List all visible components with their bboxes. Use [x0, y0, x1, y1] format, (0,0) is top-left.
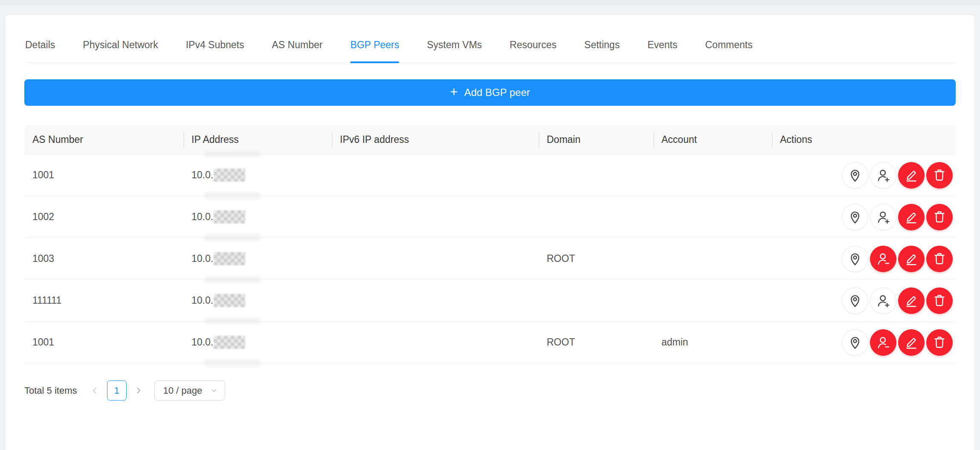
- column-header-as-number: AS Number: [24, 125, 183, 154]
- assign-account-button[interactable]: [870, 287, 896, 314]
- column-header-ip-address: IP Address: [183, 125, 332, 154]
- user-assign-icon: [876, 335, 890, 350]
- cell-ip-address: 10.0.: [183, 210, 332, 224]
- cell-ip-address: 10.0.: [183, 168, 332, 182]
- cell-domain: ROOT: [539, 337, 653, 348]
- location-pin-button[interactable]: [842, 329, 868, 356]
- edit-bgp-peer-button[interactable]: [898, 287, 925, 314]
- cell-domain: ROOT: [539, 253, 653, 264]
- page-size-value: 10 / page: [163, 385, 203, 396]
- tab-details[interactable]: Details: [25, 39, 55, 62]
- tab-events[interactable]: Events: [647, 39, 677, 62]
- ip-prefix: 10.0.: [191, 295, 213, 306]
- trash-icon: [932, 168, 947, 183]
- trash-icon: [932, 252, 947, 266]
- edit-bgp-peer-button[interactable]: [898, 329, 925, 356]
- chevron-right-icon: [134, 386, 143, 395]
- ip-prefix: 10.0.: [191, 169, 213, 181]
- column-header-ipv6: IPv6 IP address: [332, 125, 539, 154]
- location-pin-button[interactable]: [842, 287, 868, 314]
- tab-physical-network[interactable]: Physical Network: [83, 39, 158, 62]
- redacted-ip-block: [214, 336, 245, 349]
- pagination-total: Total 5 items: [24, 385, 77, 396]
- content-card: Details Physical Network IPv4 Subnets AS…: [6, 15, 974, 450]
- tab-ipv4-subnets[interactable]: IPv4 Subnets: [186, 39, 244, 62]
- add-bgp-peer-label: Add BGP peer: [464, 87, 530, 99]
- cell-as-number: 1003: [24, 253, 183, 264]
- tab-as-number[interactable]: AS Number: [272, 39, 323, 62]
- assign-account-button[interactable]: [870, 162, 896, 189]
- location-pin-icon: [848, 210, 862, 224]
- redacted-ip-block: [214, 294, 245, 307]
- location-pin-button[interactable]: [842, 162, 868, 189]
- cell-ip-address: 10.0.: [183, 336, 332, 349]
- cell-as-number: 111111: [24, 295, 183, 306]
- cell-ip-address: 10.0.: [183, 294, 332, 307]
- trash-icon: [932, 293, 947, 308]
- cell-as-number: 1001: [24, 337, 183, 348]
- table-row: 111111 10.0.: [24, 280, 956, 322]
- edit-pencil-icon: [904, 293, 919, 308]
- cell-actions: [772, 246, 956, 272]
- assign-account-button[interactable]: [870, 246, 896, 272]
- edit-bgp-peer-button[interactable]: [898, 204, 925, 230]
- delete-bgp-peer-button[interactable]: [926, 287, 953, 314]
- redaction-smudge: [205, 360, 260, 366]
- edit-pencil-icon: [904, 252, 919, 266]
- tab-resources[interactable]: Resources: [510, 39, 557, 62]
- table-header-row: AS Number IP Address IPv6 IP address Dom…: [24, 125, 956, 154]
- assign-account-button[interactable]: [870, 329, 896, 356]
- edit-bgp-peer-button[interactable]: [898, 246, 925, 272]
- previous-page-button[interactable]: [90, 380, 100, 401]
- chevron-left-icon: [90, 386, 99, 395]
- ip-prefix: 10.0.: [191, 337, 213, 348]
- delete-bgp-peer-button[interactable]: [926, 204, 953, 230]
- tab-comments[interactable]: Comments: [705, 39, 752, 62]
- tab-system-vms[interactable]: System VMs: [427, 39, 482, 62]
- cell-ip-address: 10.0.: [183, 252, 332, 265]
- ip-prefix: 10.0.: [191, 253, 213, 264]
- add-bgp-peer-button[interactable]: + Add BGP peer: [24, 79, 956, 106]
- cell-actions: [772, 329, 956, 356]
- table-row: 1001 10.0.: [24, 154, 956, 196]
- location-pin-button[interactable]: [842, 204, 868, 230]
- table-row: 1001 10.0. ROOT admin: [24, 322, 956, 363]
- page-1-button[interactable]: 1: [107, 380, 127, 401]
- edit-pencil-icon: [904, 168, 919, 183]
- cell-as-number: 1001: [24, 169, 183, 181]
- column-header-account: Account: [653, 125, 772, 154]
- edit-pencil-icon: [904, 210, 919, 224]
- cell-account: admin: [653, 337, 772, 348]
- table-body: 1001 10.0.: [24, 154, 956, 363]
- user-assign-icon: [876, 168, 890, 183]
- cell-as-number: 1002: [24, 211, 183, 223]
- redacted-ip-block: [214, 168, 245, 182]
- next-page-button[interactable]: [134, 380, 143, 401]
- tab-bgp-peers[interactable]: BGP Peers: [350, 39, 399, 62]
- user-assign-icon: [876, 293, 890, 308]
- trash-icon: [932, 210, 947, 224]
- cell-actions: [772, 287, 956, 314]
- column-header-domain: Domain: [539, 125, 653, 154]
- tab-settings[interactable]: Settings: [584, 39, 620, 62]
- location-pin-icon: [848, 293, 862, 308]
- redacted-ip-block: [214, 252, 245, 265]
- column-header-actions: Actions: [772, 125, 956, 154]
- delete-bgp-peer-button[interactable]: [926, 329, 953, 356]
- user-assign-icon: [876, 210, 890, 224]
- location-pin-icon: [848, 335, 862, 350]
- delete-bgp-peer-button[interactable]: [926, 162, 953, 189]
- location-pin-icon: [848, 168, 862, 183]
- pagination-bar: Total 5 items 1 10 / page: [24, 380, 956, 401]
- edit-bgp-peer-button[interactable]: [898, 162, 925, 189]
- bgp-peers-table: AS Number IP Address IPv6 IP address Dom…: [24, 125, 956, 363]
- table-row: 1003 10.0. ROOT: [24, 238, 956, 280]
- cell-actions: [772, 204, 956, 230]
- assign-account-button[interactable]: [870, 204, 896, 230]
- location-pin-icon: [848, 252, 862, 266]
- cell-actions: [772, 162, 956, 189]
- delete-bgp-peer-button[interactable]: [926, 246, 953, 272]
- page-size-select[interactable]: 10 / page: [154, 380, 225, 401]
- page-top-strip: [0, 0, 980, 5]
- location-pin-button[interactable]: [842, 246, 868, 272]
